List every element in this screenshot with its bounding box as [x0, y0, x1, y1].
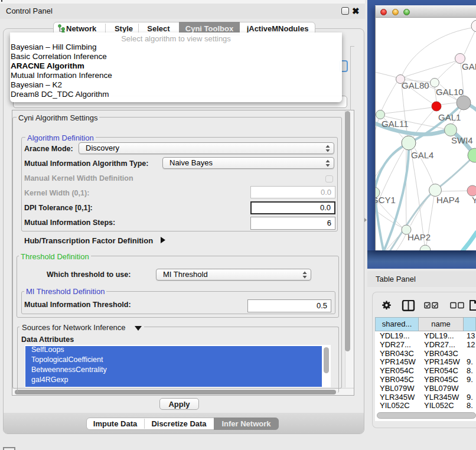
svg-text:SWI4: SWI4	[451, 135, 473, 145]
svg-text:GAL4: GAL4	[411, 150, 433, 160]
svg-text:GCY1: GCY1	[376, 195, 396, 205]
svg-text:GAL2: GAL2	[462, 61, 476, 71]
svg-text:GAL80: GAL80	[402, 80, 429, 90]
svg-text:GAL1: GAL1	[438, 112, 461, 122]
svg-text:YJ: YJ	[472, 195, 476, 205]
svg-text:GAL11: GAL11	[382, 119, 409, 129]
svg-text:HAP2: HAP2	[407, 232, 431, 242]
svg-text:HAP4: HAP4	[436, 195, 459, 205]
svg-text:GAL10: GAL10	[436, 87, 464, 97]
